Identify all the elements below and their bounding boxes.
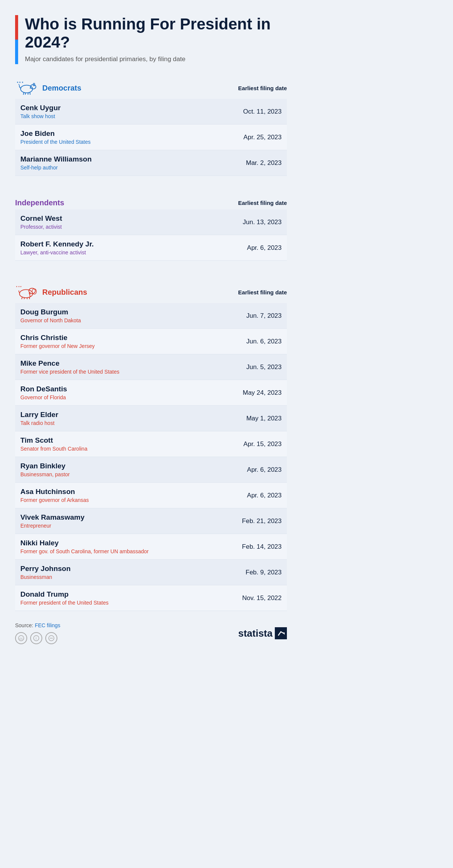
- candidate-name: Cenk Uygur: [20, 104, 61, 112]
- svg-line-17: [29, 297, 30, 299]
- filing-date: May 24, 2023: [229, 389, 282, 397]
- table-row: Vivek Ramaswamy Entrepreneur Feb. 21, 20…: [15, 508, 287, 534]
- svg-line-8: [30, 92, 30, 95]
- republicans-header: ★ ★ ★: [15, 280, 287, 303]
- table-row: Robert F. Kennedy Jr. Lawyer, anti-vacci…: [15, 235, 287, 261]
- candidate-name: Cornel West: [20, 214, 62, 223]
- page-header: Who is Running For President in 2024? Ma…: [15, 15, 287, 64]
- svg-line-14: [22, 297, 22, 299]
- candidate-name: Tim Scott: [20, 436, 87, 445]
- filing-date: May 1, 2023: [229, 415, 282, 422]
- candidate-role: Professor, activist: [20, 224, 62, 230]
- independents-candidates: Cornel West Professor, activist Jun. 13,…: [15, 209, 287, 261]
- republicans-section: ★ ★ ★: [15, 280, 287, 611]
- candidate-role: Former governor of Arkansas: [20, 497, 89, 503]
- svg-line-6: [25, 92, 26, 95]
- svg-text:★ ★ ★: ★ ★ ★: [17, 81, 23, 83]
- table-row: Doug Burgum Governor of North Dakota Jun…: [15, 303, 287, 329]
- filing-date: Nov. 15, 2022: [229, 594, 282, 602]
- candidate-name: Vivek Ramaswamy: [20, 513, 85, 522]
- candidate-role: Senator from South Carolina: [20, 446, 87, 452]
- table-row: Larry Elder Talk radio host May 1, 2023: [15, 406, 287, 431]
- filing-date: Mar. 2, 2023: [229, 159, 282, 167]
- candidate-name: Joe Biden: [20, 129, 91, 138]
- candidate-name: Ryan Binkley: [20, 462, 70, 470]
- candidate-role: Former gov. of South Carolina, former UN…: [20, 548, 149, 554]
- svg-marker-24: [282, 633, 285, 635]
- filing-date: Apr. 6, 2023: [229, 466, 282, 474]
- table-row: Ryan Binkley Businessman, pastor Apr. 6,…: [15, 457, 287, 483]
- donkey-icon: ★ ★ ★: [15, 79, 37, 97]
- table-row: Nikki Haley Former gov. of South Carolin…: [15, 534, 287, 560]
- candidate-name: Asa Hutchinson: [20, 488, 89, 496]
- candidate-role: Self-help author: [20, 165, 92, 171]
- table-row: Perry Johnson Businessman Feb. 9, 2023: [15, 560, 287, 585]
- candidate-role: Governor of North Dakota: [20, 317, 81, 323]
- filing-date: Jun. 7, 2023: [229, 312, 282, 320]
- footer: Source: FEC filings cc i statista: [15, 622, 287, 644]
- democrats-filing-label: Earliest filing date: [238, 85, 287, 91]
- svg-text:i: i: [36, 636, 37, 640]
- candidate-role: President of the United States: [20, 139, 91, 145]
- democrats-label: Democrats: [42, 84, 81, 92]
- candidate-name: Marianne Williamson: [20, 155, 92, 163]
- table-row: Cornel West Professor, activist Jun. 13,…: [15, 209, 287, 235]
- filing-date: Apr. 6, 2023: [229, 244, 282, 252]
- candidate-name: Ron DeSantis: [20, 385, 67, 393]
- republicans-filing-label: Earliest filing date: [238, 289, 287, 295]
- statista-brand: statista: [238, 628, 273, 639]
- democrats-section: ★ ★ ★: [15, 75, 287, 176]
- header-accent-bar: [15, 15, 18, 64]
- table-row: Donald Trump Former president of the Uni…: [15, 585, 287, 611]
- page-title: Who is Running For President in 2024?: [25, 15, 287, 52]
- independents-filing-label: Earliest filing date: [238, 200, 287, 206]
- candidate-role: Former vice president of the United Stat…: [20, 369, 119, 375]
- elephant-icon: ★ ★ ★: [15, 283, 37, 301]
- svg-text:cc: cc: [20, 637, 23, 640]
- svg-text:★ ★ ★: ★ ★ ★: [16, 285, 22, 288]
- table-row: Mike Pence Former vice president of the …: [15, 354, 287, 380]
- source-link: FEC filings: [35, 622, 60, 628]
- candidate-name: Robert F. Kennedy Jr.: [20, 240, 94, 248]
- table-row: Joe Biden President of the United States…: [15, 125, 287, 150]
- candidate-name: Perry Johnson: [20, 565, 71, 573]
- filing-date: Apr. 25, 2023: [229, 134, 282, 141]
- page-subtitle: Major candidates for presidential primar…: [25, 55, 287, 63]
- candidate-name: Nikki Haley: [20, 539, 149, 547]
- filing-date: Jun. 13, 2023: [229, 219, 282, 226]
- candidate-role: Talk show host: [20, 113, 61, 119]
- cc-icon: cc: [15, 632, 27, 644]
- svg-line-9: [18, 84, 19, 86]
- candidate-role: Entrepreneur: [20, 523, 85, 529]
- candidate-role: Businessman, pastor: [20, 471, 70, 477]
- candidate-role: Former president of the United States: [20, 600, 108, 606]
- filing-date: Feb. 21, 2023: [229, 517, 282, 525]
- table-row: Cenk Uygur Talk show host Oct. 11, 2023: [15, 99, 287, 125]
- republicans-label: Republicans: [42, 288, 87, 297]
- statista-logo: statista: [238, 627, 287, 639]
- filing-date: Jun. 6, 2023: [229, 338, 282, 345]
- democrats-candidates: Cenk Uygur Talk show host Oct. 11, 2023 …: [15, 99, 287, 176]
- independents-label: Independents: [15, 199, 64, 207]
- candidate-role: Businessman: [20, 574, 71, 580]
- candidate-role: Former governor of New Jersey: [20, 343, 95, 349]
- filing-date: Feb. 14, 2023: [229, 543, 282, 551]
- svg-point-13: [32, 289, 37, 294]
- candidate-name: Mike Pence: [20, 359, 119, 368]
- candidate-name: Larry Elder: [20, 411, 58, 419]
- candidate-role: Lawyer, anti-vaccine activist: [20, 249, 94, 255]
- filing-date: Apr. 6, 2023: [229, 492, 282, 499]
- filing-date: Feb. 9, 2023: [229, 569, 282, 576]
- statista-icon: [275, 627, 287, 639]
- info-icon: i: [30, 632, 42, 644]
- candidate-role: Governor of Florida: [20, 394, 67, 400]
- minus-icon: [45, 632, 57, 644]
- filing-date: Oct. 11, 2023: [229, 108, 282, 115]
- table-row: Tim Scott Senator from South Carolina Ap…: [15, 431, 287, 457]
- table-row: Marianne Williamson Self-help author Mar…: [15, 150, 287, 176]
- candidate-name: Doug Burgum: [20, 308, 81, 316]
- svg-line-15: [24, 297, 25, 299]
- table-row: Asa Hutchinson Former governor of Arkans…: [15, 483, 287, 508]
- filing-date: Apr. 15, 2023: [229, 440, 282, 448]
- candidate-name: Chris Christie: [20, 334, 95, 342]
